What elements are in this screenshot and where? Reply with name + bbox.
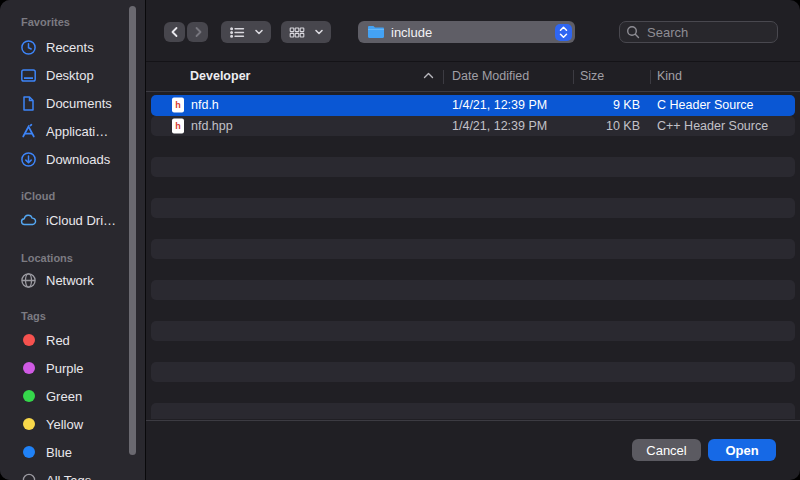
file-kind: C Header Source: [657, 98, 754, 112]
sidebar-section-favorites: Favorites: [0, 16, 145, 29]
file-row-nfd-h[interactable]: h nfd.h 1/4/21, 12:39 PM 9 KB C Header S…: [151, 95, 795, 116]
column-header-date-modified[interactable]: Date Modified: [452, 69, 529, 83]
search-field[interactable]: [619, 21, 778, 43]
sidebar-item-label: Yellow: [46, 417, 83, 432]
header-file-icon: h: [172, 98, 184, 113]
sidebar-item-network[interactable]: Network: [0, 266, 145, 294]
download-circle-icon: [20, 151, 37, 168]
empty-row: [151, 136, 795, 157]
sidebar-section-icloud: iCloud: [0, 190, 145, 203]
sidebar-item-label: Network: [46, 273, 94, 288]
dialog-footer: Cancel Open: [146, 420, 800, 480]
circle-icon: [20, 472, 37, 480]
sort-ascending-icon: [423, 72, 434, 79]
sidebar-item-desktop[interactable]: Desktop: [0, 61, 145, 89]
empty-row: [151, 157, 795, 178]
empty-row: [151, 259, 795, 280]
document-icon: [20, 95, 37, 112]
column-header-kind[interactable]: Kind: [657, 69, 682, 83]
list-view-icon: [228, 24, 246, 41]
column-divider: [443, 70, 444, 84]
file-size: 9 KB: [531, 98, 640, 112]
empty-row: [151, 198, 795, 219]
sidebar-item-label: Blue: [46, 445, 72, 460]
sidebar-item-tag-blue[interactable]: Blue: [0, 438, 145, 466]
grid-view-icon: [288, 24, 306, 41]
tag-dot-green-icon: [20, 388, 37, 405]
sidebar-item-label: All Tags: [46, 473, 91, 480]
sidebar-section-locations: Locations: [0, 252, 145, 265]
sidebar-item-label: Green: [46, 389, 82, 404]
sidebar-scrollbar[interactable]: [129, 6, 136, 455]
chevron-right-icon: [192, 26, 204, 38]
header-file-icon: h: [172, 118, 184, 133]
file-name: nfd.hpp: [191, 119, 233, 133]
desktop-icon: [20, 67, 37, 84]
clock-icon: [20, 39, 37, 56]
cancel-button[interactable]: Cancel: [632, 439, 701, 461]
search-input[interactable]: [645, 24, 771, 41]
empty-row: [151, 362, 795, 383]
search-icon: [626, 25, 640, 39]
empty-row: [151, 321, 795, 342]
file-name: nfd.h: [191, 98, 219, 112]
sidebar-item-label: Desktop: [46, 68, 94, 83]
sidebar-item-all-tags[interactable]: All Tags: [0, 466, 145, 480]
appstore-icon: [20, 123, 37, 140]
tag-dot-purple-icon: [20, 360, 37, 377]
cloud-icon: [20, 212, 37, 229]
sidebar-item-tag-purple[interactable]: Purple: [0, 354, 145, 382]
tag-dot-yellow-icon: [20, 416, 37, 433]
empty-row: [151, 218, 795, 239]
sidebar-item-documents[interactable]: Documents: [0, 89, 145, 117]
empty-row: [151, 177, 795, 198]
sidebar-item-downloads[interactable]: Downloads: [0, 145, 145, 173]
sidebar-item-label: Purple: [46, 361, 84, 376]
sidebar-item-label: Downloads: [46, 152, 110, 167]
column-divider: [573, 70, 574, 84]
sidebar-item-tag-green[interactable]: Green: [0, 382, 145, 410]
globe-icon: [20, 272, 37, 289]
empty-row: [151, 403, 795, 420]
file-row-nfd-hpp[interactable]: h nfd.hpp 1/4/21, 12:39 PM 10 KB C++ Hea…: [151, 116, 795, 137]
tag-dot-red-icon: [20, 332, 37, 349]
sidebar-item-applications[interactable]: Applicati…: [0, 117, 145, 145]
empty-row: [151, 239, 795, 260]
table-header: Developer Date Modified Size Kind: [146, 62, 800, 92]
group-view-button[interactable]: [281, 21, 331, 43]
empty-row: [151, 300, 795, 321]
sidebar-item-label: Documents: [46, 96, 112, 111]
sidebar-item-tag-yellow[interactable]: Yellow: [0, 410, 145, 438]
chevron-down-icon: [254, 27, 264, 37]
forward-button[interactable]: [187, 22, 208, 42]
sidebar-item-label: Red: [46, 333, 70, 348]
empty-row: [151, 280, 795, 301]
main-pane: include Developer Date Modified Size: [146, 0, 800, 480]
chevron-left-icon: [169, 26, 181, 38]
sidebar-section-tags: Tags: [0, 310, 145, 323]
toolbar: include: [146, 0, 800, 62]
folder-icon: [367, 25, 385, 39]
folder-select-value: include: [391, 25, 432, 40]
folder-select[interactable]: include: [358, 21, 575, 43]
sidebar-item-icloud-drive[interactable]: iCloud Dri…: [0, 206, 145, 234]
column-header-name[interactable]: Developer: [190, 69, 250, 83]
sidebar-item-label: Applicati…: [46, 124, 108, 139]
sidebar: Favorites Recents Desktop Documents Appl…: [0, 0, 146, 480]
empty-row: [151, 341, 795, 362]
file-kind: C++ Header Source: [657, 119, 768, 133]
tag-dot-blue-icon: [20, 444, 37, 461]
chevron-down-icon: [314, 27, 324, 37]
select-chevrons-icon: [555, 24, 572, 41]
sidebar-item-tag-red[interactable]: Red: [0, 326, 145, 354]
file-list[interactable]: h nfd.h 1/4/21, 12:39 PM 9 KB C Header S…: [146, 92, 800, 419]
sidebar-item-label: Recents: [46, 40, 94, 55]
sidebar-item-recents[interactable]: Recents: [0, 33, 145, 61]
column-divider: [650, 70, 651, 84]
sidebar-item-label: iCloud Dri…: [46, 213, 116, 228]
file-size: 10 KB: [531, 119, 640, 133]
open-button[interactable]: Open: [708, 439, 776, 461]
column-header-size[interactable]: Size: [580, 69, 604, 83]
list-view-button[interactable]: [221, 21, 271, 43]
back-button[interactable]: [164, 22, 185, 42]
